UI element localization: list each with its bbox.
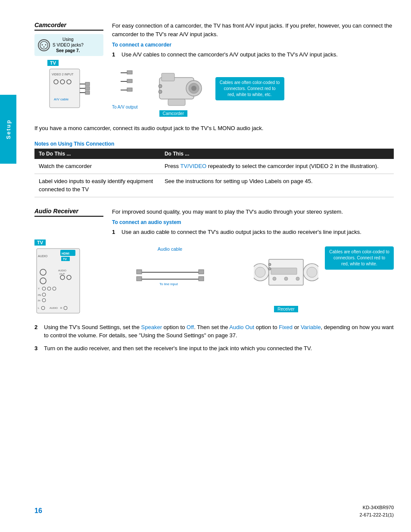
tv-sketch-container: TV VIDEO 2 INPUT: [47, 67, 103, 111]
step2-speaker-link: Speaker: [141, 324, 162, 330]
audio-step2: 2 Using the TV's Sound Settings, set the…: [34, 323, 394, 340]
svg-rect-12: [85, 82, 90, 86]
svg-rect-27: [168, 99, 185, 106]
notes-section: Notes on Using This Connection To Do Thi…: [34, 141, 394, 197]
svg-text:HDMI: HDMI: [62, 252, 69, 255]
receiver-sketch-svg: [254, 246, 318, 302]
table-row: Label video inputs to easily identify eq…: [34, 174, 394, 197]
camcorder-body-text: For easy connection of a camcorder, the …: [112, 22, 394, 38]
model-line1: KD-34XBR970: [360, 504, 394, 512]
svg-point-25: [191, 86, 196, 91]
row1-col2: Press TV/VIDEO repeatedly to select the …: [160, 159, 394, 174]
svg-point-68: [273, 277, 276, 280]
svg-rect-67: [271, 268, 297, 274]
svg-text:Pr: Pr: [38, 299, 40, 302]
svg-rect-26: [162, 73, 174, 81]
step2-rest: . Then set the: [194, 324, 229, 330]
svg-text:R: R: [60, 307, 62, 309]
cable-connectors: To A/V output: [112, 68, 138, 109]
audio-diagram: TV HDMI TV AUDIO: [34, 246, 394, 317]
svg-text:Pb: Pb: [38, 294, 41, 296]
audio-cables-svg: To line input: [136, 255, 205, 298]
setup-side-tab: Setup: [0, 95, 16, 164]
setup-tab-label: Setup: [5, 119, 12, 139]
audio-tv-container: TV HDMI TV AUDIO: [34, 246, 86, 317]
svg-rect-30: [37, 249, 80, 313]
step2-text: Using the TV's Sound Settings, set the S…: [44, 323, 394, 340]
svg-text:AUDIO: AUDIO: [50, 307, 58, 309]
col2-header: Do This ...: [160, 149, 394, 159]
audio-header-row: Audio Receiver For improved sound qualit…: [34, 208, 394, 240]
audio-tv-badge: TV: [34, 240, 46, 246]
receiver-badge: Receiver: [274, 306, 298, 312]
svideo-icon: [38, 39, 50, 51]
camcorder-header-row: Camcorder UsingS VIDEO jacks?See page: [34, 22, 394, 62]
tv-badge: TV: [47, 60, 59, 66]
audio-label-col: Audio Receiver: [34, 208, 103, 220]
svg-rect-59: [199, 270, 204, 274]
camcorder-step1: 1 Use A/V cables to connect the camcorde…: [112, 50, 394, 59]
svg-text:OUT: OUT: [59, 273, 65, 275]
main-content: Camcorder UsingS VIDEO jacks?See page: [34, 17, 394, 352]
svg-point-28: [159, 84, 162, 88]
camcorder-connect-heading: To connect a camcorder: [112, 42, 394, 48]
step3-number: 3: [34, 344, 40, 353]
svg-rect-20: [127, 79, 132, 83]
model-line2: 2-671-222-21(1): [360, 511, 394, 519]
audio-step3: 3 Turn on the audio receiver, and then s…: [34, 344, 394, 353]
svg-point-0: [40, 41, 48, 49]
audio-cable-label: Audio cable: [158, 246, 183, 252]
cam-sketch-svg: [146, 69, 207, 108]
row1-tvvideo-link: TV/VIDEO: [181, 163, 207, 169]
step2-fixed-link: Fixed: [279, 324, 293, 330]
svg-text:To line input: To line input: [159, 282, 178, 286]
cam-callout-box: Cables are often color-coded to connecto…: [215, 77, 284, 100]
step2-option-mid: option to: [254, 324, 279, 330]
audio-body-text: For improved sound quality, you may want…: [112, 208, 394, 216]
step2-off-link: Off: [187, 324, 194, 330]
svg-rect-19: [127, 71, 132, 74]
svg-point-63: [255, 267, 265, 277]
camcorder-body-col: For easy connection of a camcorder, the …: [112, 22, 394, 62]
svg-text:TV: TV: [63, 258, 67, 261]
cam-callout-text: Cables are often color-coded to connecto…: [220, 80, 280, 97]
svg-point-2: [45, 44, 47, 45]
audio-callout-text: Cables are often color-coded to connecto…: [329, 249, 389, 266]
table-row: Watch the camcorder Press TV/VIDEO repea…: [34, 159, 394, 174]
to-av-label: To A/V output: [112, 105, 138, 109]
svg-rect-58: [137, 277, 142, 281]
svg-rect-21: [127, 88, 132, 91]
audio-step1-number: 1: [112, 228, 118, 236]
svg-point-29: [159, 90, 162, 93]
row2-col1: Label video inputs to easily identify eq…: [34, 174, 160, 197]
audio-section: Audio Receiver For improved sound qualit…: [34, 208, 394, 353]
svg-point-72: [268, 268, 271, 270]
receiver-container: Receiver: [254, 246, 318, 312]
table-header-row: To Do This ... Do This ...: [34, 149, 394, 159]
step2-mid: option to: [162, 324, 187, 330]
tv-sketch-svg: VIDEO 2 INPUT A/V cable: [47, 67, 103, 110]
svg-point-65: [307, 267, 317, 277]
camcorder-label-col: Camcorder UsingS VIDEO jacks?See page: [34, 22, 103, 56]
mono-note: If you have a mono camcorder, connect it…: [34, 124, 394, 133]
svg-rect-13: [85, 87, 90, 90]
camcorder-title: Camcorder: [34, 22, 103, 31]
page-container: Setup Camcorder: [0, 0, 411, 532]
svg-point-1: [42, 44, 43, 45]
notes-table: To Do This ... Do This ... Watch the cam…: [34, 149, 394, 197]
audio-tv-svg: HDMI TV AUDIO Y: [34, 246, 86, 315]
svideo-box: UsingS VIDEO jacks?See page 7.: [34, 34, 103, 56]
svg-text:AUDIO: AUDIO: [58, 269, 66, 272]
step2-prefix: Using the TV's Sound Settings, set the: [44, 324, 141, 330]
notes-heading: Notes on Using This Connection: [34, 141, 394, 147]
svg-rect-14: [85, 91, 90, 94]
row1-col2-suffix: repeatedly to select the camcorder input…: [206, 163, 379, 169]
row2-col2: See the instructions for setting up Vide…: [160, 174, 394, 197]
svg-point-71: [268, 263, 271, 266]
page-number: 16: [34, 507, 42, 515]
audio-title: Audio Receiver: [34, 208, 103, 217]
step2-number: 2: [34, 323, 40, 340]
camcorder-badge: Camcorder: [159, 110, 187, 117]
svg-rect-60: [199, 277, 204, 281]
step2-variable-link: Variable: [301, 324, 321, 330]
